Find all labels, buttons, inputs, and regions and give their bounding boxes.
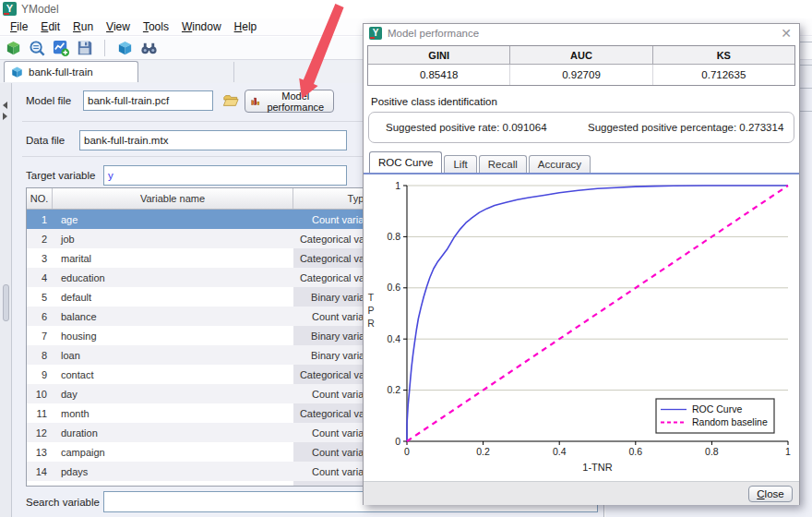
left-splitter[interactable] <box>0 83 12 517</box>
table-row[interactable]: 5defaultBinary variable <box>27 287 369 307</box>
model-performance-button[interactable]: Model performance <box>245 90 334 113</box>
table-row[interactable]: 14pdaysCount variable <box>27 462 369 481</box>
svg-text:0.6: 0.6 <box>387 282 400 293</box>
table-row[interactable]: 8loanBinary variable <box>27 345 369 365</box>
cell-type: Categorical variable <box>293 248 369 268</box>
cell-name: duration <box>53 423 293 442</box>
tab-accuracy[interactable]: Accuracy <box>529 155 591 173</box>
menu-item-help[interactable]: Help <box>228 20 264 33</box>
col-header-no[interactable]: NO. <box>27 188 53 209</box>
table-row[interactable]: 10dayCount variable <box>27 384 369 403</box>
collapse-left-icon[interactable] <box>3 102 7 109</box>
svg-text:0.6: 0.6 <box>628 446 642 457</box>
cell-type: Count variable <box>293 423 369 442</box>
cell-name: default <box>53 287 293 307</box>
cell-name: campaign <box>53 442 293 462</box>
binoculars-icon[interactable] <box>138 38 159 58</box>
performance-tabs: ROC CurveLiftRecallAccuracy <box>369 151 591 173</box>
new-model-chart-icon[interactable] <box>51 38 71 58</box>
open-folder-button[interactable] <box>221 91 240 110</box>
table-row[interactable]: 6balanceCount variable <box>27 307 369 326</box>
right-panel-edge <box>800 88 812 89</box>
table-row[interactable]: 12durationCount variable <box>27 423 369 442</box>
col-header-variable-name[interactable]: Variable name <box>53 188 293 209</box>
window-titlebar: Y YModel <box>0 0 812 18</box>
svg-text:T: T <box>368 292 375 303</box>
svg-text:0.2: 0.2 <box>387 384 400 395</box>
tab-recall[interactable]: Recall <box>479 155 527 173</box>
svg-text:ROC Curve: ROC Curve <box>692 403 742 415</box>
tab-bank-full-train[interactable]: bank-full-train <box>4 61 138 82</box>
bar-chart-icon <box>251 95 260 107</box>
model-file-input[interactable]: bank-full-train.pcf <box>83 90 213 111</box>
cell-no: 1 <box>27 210 53 229</box>
cell-no: 6 <box>27 307 53 326</box>
toolbar-separator <box>104 40 105 56</box>
tabstrip-divider <box>233 62 234 82</box>
dialog-logo-icon: Y <box>369 27 382 40</box>
menu-item-run[interactable]: Run <box>66 20 100 33</box>
metric-header-gini: GINI <box>368 46 510 65</box>
table-row[interactable]: 11monthCategorical variable <box>27 403 369 423</box>
cell-type: Count variable <box>293 384 369 403</box>
right-panel-edge <box>800 111 812 112</box>
tab-lift[interactable]: Lift <box>444 155 476 173</box>
green-cube-icon[interactable] <box>3 38 23 58</box>
dialog-close-icon[interactable]: ✕ <box>781 26 792 41</box>
cell-type: Count variable <box>293 442 369 462</box>
positive-class-label: Positive class identification <box>371 96 497 107</box>
table-row[interactable]: 1ageCount variable <box>27 210 369 229</box>
svg-text:0.4: 0.4 <box>387 333 400 344</box>
folder-icon <box>222 92 239 109</box>
expand-right-icon[interactable] <box>3 113 7 120</box>
metric-header-ks: KS <box>653 46 794 65</box>
tab-roc-curve[interactable]: ROC Curve <box>369 151 442 173</box>
table-row[interactable]: 4educationCategorical variable <box>27 268 369 287</box>
table-row[interactable]: 13campaignCount variable <box>27 442 369 462</box>
svg-text:0: 0 <box>404 446 410 457</box>
cell-type: Binary variable <box>293 326 369 345</box>
table-row[interactable]: 3maritalCategorical variable <box>27 248 369 268</box>
close-button[interactable]: Close <box>748 486 793 502</box>
menu-item-tools[interactable]: Tools <box>137 20 175 33</box>
metric-header-auc: AUC <box>510 46 652 65</box>
metrics-value-row: 0.854180.927090.712635 <box>368 65 794 85</box>
target-variable-input[interactable]: y <box>103 165 347 186</box>
data-file-value: bank-full-train.mtx <box>84 135 168 146</box>
cell-no: 3 <box>27 248 53 268</box>
table-row[interactable]: 9contactCategorical variable <box>27 365 369 384</box>
dialog-title: Model performance <box>388 28 479 39</box>
cell-type: Count variable <box>293 481 369 487</box>
menu-item-window[interactable]: Window <box>175 20 228 33</box>
cell-name: balance <box>53 307 293 326</box>
cell-type: Categorical variable <box>293 365 369 384</box>
data-file-input[interactable]: bank-full-train.mtx <box>79 130 347 150</box>
save-icon[interactable] <box>75 38 95 58</box>
cell-type: Count variable <box>293 307 369 326</box>
cell-type: Categorical variable <box>293 268 369 287</box>
col-header-type[interactable]: Type <box>293 188 369 209</box>
cell-no: 12 <box>27 423 53 442</box>
tab-label: bank-full-train <box>29 66 93 78</box>
menu-item-file[interactable]: File <box>4 20 34 33</box>
splitter-handle[interactable] <box>3 284 9 321</box>
cell-no: 10 <box>27 384 53 403</box>
roc-chart: 00.20.40.60.8100.20.40.60.811-TNRTPRROC … <box>364 174 799 481</box>
cell-name: loan <box>53 345 293 365</box>
cell-type: Categorical variable <box>293 403 369 423</box>
metric-value-ks: 0.712635 <box>653 65 794 85</box>
data-magnifier-icon[interactable] <box>27 38 47 58</box>
blue-cube-icon[interactable] <box>114 38 135 58</box>
menu-item-view[interactable]: View <box>100 20 137 33</box>
table-row[interactable]: 7housingBinary variable <box>27 326 369 345</box>
svg-text:0.8: 0.8 <box>387 231 400 242</box>
menu-item-edit[interactable]: Edit <box>34 20 66 33</box>
positive-class-groupbox: Suggested positive rate: 0.091064 Sugges… <box>368 112 794 143</box>
table-row[interactable]: 15previousCount variable <box>27 481 369 487</box>
svg-text:R: R <box>367 318 375 329</box>
cell-no: 5 <box>27 287 53 307</box>
roc-chart-panel: 00.20.40.60.8100.20.40.60.811-TNRTPRROC … <box>364 174 799 481</box>
cell-name: marital <box>53 248 293 268</box>
table-row[interactable]: 2jobCategorical variable <box>27 229 369 248</box>
dialog-footer: Close <box>364 481 799 505</box>
